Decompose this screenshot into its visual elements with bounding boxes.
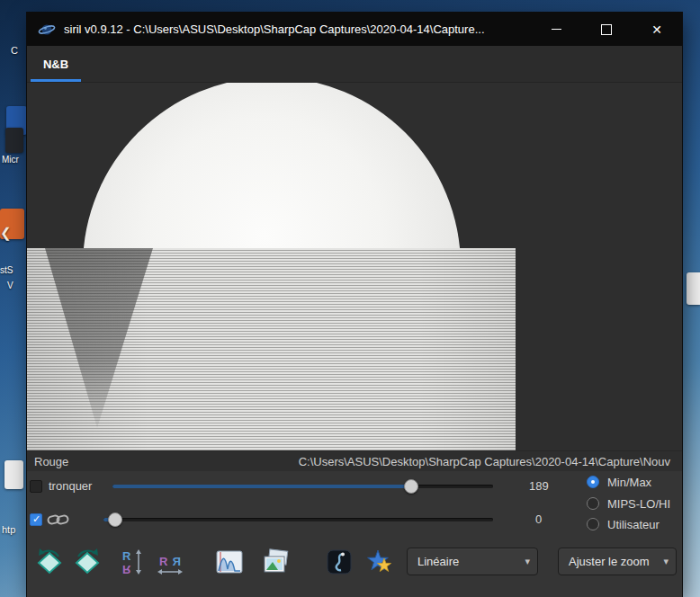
svg-text:R: R <box>159 555 168 568</box>
image-stack-button[interactable] <box>259 545 293 579</box>
artifact-wedge <box>27 248 516 450</box>
high-slider-thumb[interactable] <box>404 479 418 494</box>
mode-mips-label: MIPS-LO/HI <box>607 497 670 511</box>
rotate-right-icon <box>73 548 102 576</box>
psf-star-icon <box>365 548 394 576</box>
desktop-icon[interactable] <box>5 128 23 153</box>
puzzle-icon[interactable] <box>687 272 700 305</box>
display-mode-select[interactable]: Linéaire ▾ <box>407 548 538 575</box>
histogram-button[interactable] <box>212 545 247 579</box>
rotate-right-button[interactable] <box>70 545 104 579</box>
flip-vertical-icon: R R <box>117 548 146 576</box>
low-value: 0 <box>535 513 542 526</box>
maximize-button[interactable] <box>581 13 632 46</box>
rotate-left-icon <box>35 548 64 576</box>
desktop-icon-label[interactable]: C <box>11 45 18 56</box>
mode-user[interactable]: Utilisateur <box>587 518 660 530</box>
chevron-down-icon: ▾ <box>656 556 669 567</box>
flip-horizontal-icon: R R <box>156 548 184 576</box>
file-path: C:\Users\ASUS\Desktop\SharpCap Captures\… <box>299 455 670 468</box>
low-slider-thumb[interactable] <box>108 512 122 527</box>
zoom-select[interactable]: Ajuster le zoom ▾ <box>558 548 677 575</box>
mode-minmax[interactable]: Min/Max <box>587 476 651 488</box>
screen: C Micr ❮ stS V htp siril v0.9.12 - C:\Us… <box>0 0 700 597</box>
svg-text:R: R <box>122 549 131 563</box>
high-slider-fill <box>112 485 411 488</box>
desktop-icon[interactable] <box>4 460 23 489</box>
processing-icon <box>325 548 354 576</box>
desktop-icon-label[interactable]: htp <box>2 524 15 535</box>
channel-label: Rouge <box>34 455 68 468</box>
window-title: siril v0.9.12 - C:\Users\ASUS\Desktop\Sh… <box>64 22 531 36</box>
image-canvas[interactable] <box>27 83 682 450</box>
desktop-icon-label[interactable]: Micr <box>2 155 19 165</box>
tab-bar: N&B <box>27 46 682 83</box>
flip-vertical-button[interactable]: R R <box>114 545 148 579</box>
radio-icon <box>587 518 599 530</box>
display-mode-value: Linéaire <box>417 555 459 568</box>
processing-button[interactable] <box>322 545 356 579</box>
titlebar[interactable]: siril v0.9.12 - C:\Users\ASUS\Desktop\Sh… <box>27 13 682 46</box>
radio-selected-icon <box>587 476 599 488</box>
siril-window: siril v0.9.12 - C:\Users\ASUS\Desktop\Sh… <box>27 13 682 597</box>
minimize-icon <box>552 29 561 30</box>
desktop-icon-label[interactable]: stS <box>0 265 13 275</box>
high-slider-track[interactable] <box>112 485 493 488</box>
close-button[interactable]: ✕ <box>632 13 682 46</box>
desktop-icon-label[interactable]: V <box>7 281 13 290</box>
status-bar: Rouge C:\Users\ASUS\Desktop\SharpCap Cap… <box>27 450 682 471</box>
rotate-left-button[interactable] <box>32 545 67 579</box>
zoom-value: Ajuster le zoom <box>569 555 650 568</box>
tab-nb[interactable]: N&B <box>31 46 81 82</box>
chevron-down-icon: ▾ <box>517 556 530 567</box>
stretch-controls: tronquer 189 0 <box>27 471 682 543</box>
flip-horizontal-button[interactable]: R R <box>153 545 187 579</box>
truncate-label: tronquer <box>49 480 92 493</box>
corrupted-rows-region <box>27 248 516 450</box>
image-stack-icon <box>262 548 291 576</box>
mode-minmax-label: Min/Max <box>607 476 651 489</box>
low-slider-track[interactable] <box>103 518 493 521</box>
link-icon <box>47 511 70 531</box>
tab-label: N&B <box>43 58 68 71</box>
mode-user-label: Utilisateur <box>607 518 660 531</box>
high-value: 189 <box>529 480 549 493</box>
chevron-icon: ❮ <box>0 225 12 241</box>
truncate-checkbox[interactable] <box>30 480 42 493</box>
bottom-toolbar: R R R R <box>27 543 682 597</box>
maximize-icon <box>601 24 612 35</box>
minimize-button[interactable] <box>531 13 581 46</box>
active-tab-indicator <box>31 79 81 82</box>
psf-star-button[interactable] <box>363 545 397 579</box>
link-sliders-checkbox[interactable] <box>30 513 42 526</box>
svg-text:R: R <box>122 563 131 576</box>
histogram-icon <box>215 548 244 576</box>
mode-mips[interactable]: MIPS-LO/HI <box>587 497 670 510</box>
siril-logo-icon <box>38 22 56 37</box>
radio-icon <box>587 497 599 510</box>
svg-text:R: R <box>172 555 181 568</box>
